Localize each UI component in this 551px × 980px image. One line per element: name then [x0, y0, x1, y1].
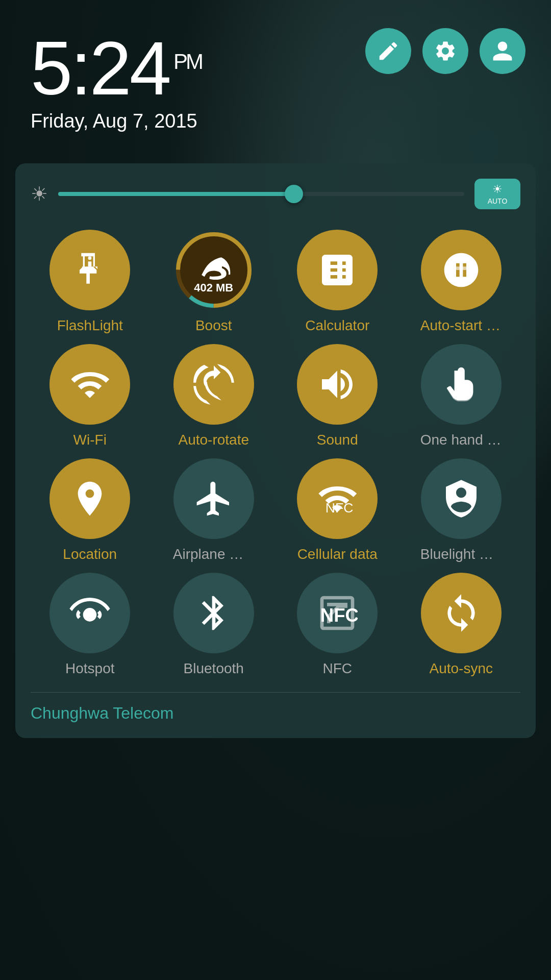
auto-label: AUTO	[488, 197, 508, 205]
cellular-label: Cellular data	[297, 546, 378, 562]
autostart-icon	[421, 230, 502, 310]
location-icon	[49, 458, 130, 539]
hotspot-label: Hotspot	[65, 660, 115, 677]
grid-item-location[interactable]: Location	[31, 458, 149, 562]
grid-item-autorotate[interactable]: Auto-rotate	[155, 344, 273, 448]
onehand-icon	[421, 344, 502, 425]
top-buttons	[365, 28, 525, 74]
bluetooth-icon	[173, 573, 254, 653]
grid-item-calculator[interactable]: Calculator	[278, 230, 397, 334]
quick-settings-grid: FlashLight 402 MB Boost Calculator Auto-…	[31, 230, 520, 677]
grid-item-airplane[interactable]: Airplane mo...	[155, 458, 273, 562]
calculator-icon	[297, 230, 378, 310]
boost-label: 402 MB	[194, 281, 233, 295]
clock-area: 5:24PM Friday, Aug 7, 2015	[31, 31, 202, 132]
brightness-slider[interactable]	[58, 192, 464, 196]
brightness-icon: ☀	[31, 183, 48, 205]
svg-point-0	[88, 256, 92, 260]
auto-icon: ☀	[492, 183, 503, 196]
grid-item-bluetooth[interactable]: Bluetooth	[155, 573, 273, 677]
slider-thumb[interactable]	[285, 185, 303, 203]
grid-item-bluelight[interactable]: Bluelight Filter	[402, 458, 521, 562]
wifi-icon	[49, 344, 130, 425]
clock-ampm: PM	[173, 50, 202, 74]
nfc-label: NFC	[322, 660, 352, 677]
hotspot-icon	[49, 573, 130, 653]
grid-item-hotspot[interactable]: Hotspot	[31, 573, 149, 677]
calculator-label: Calculator	[305, 317, 369, 334]
cellular-icon: NFC	[297, 458, 378, 539]
grid-item-onehand[interactable]: One hand op...	[402, 344, 521, 448]
clock-digits: 5:24	[31, 26, 169, 110]
airplane-label: Airplane mo...	[173, 546, 255, 562]
flashlight-label: FlashLight	[57, 317, 123, 334]
auto-brightness-button[interactable]: ☀ AUTO	[474, 179, 520, 209]
svg-text:NFC: NFC	[325, 500, 354, 516]
nfc-icon: NFC	[297, 573, 378, 653]
sound-label: Sound	[317, 432, 358, 448]
carrier-text: Chunghwa Telecom	[31, 704, 520, 723]
grid-item-autostart[interactable]: Auto-start M...	[402, 230, 521, 334]
bluetooth-label: Bluetooth	[184, 660, 244, 677]
grid-item-autosync[interactable]: Auto-sync	[402, 573, 521, 677]
bluelight-label: Bluelight Filter	[420, 546, 502, 562]
boost-icon: 402 MB	[173, 230, 254, 310]
grid-item-wifi[interactable]: Wi-Fi	[31, 344, 149, 448]
onehand-label: One hand op...	[420, 432, 502, 448]
divider	[31, 692, 520, 693]
autosync-label: Auto-sync	[430, 660, 493, 677]
boost-label: Boost	[195, 317, 232, 334]
autorotate-icon	[173, 344, 254, 425]
airplane-icon	[173, 458, 254, 539]
location-label: Location	[63, 546, 117, 562]
slider-fill	[58, 192, 294, 196]
autorotate-label: Auto-rotate	[178, 432, 249, 448]
grid-item-boost[interactable]: 402 MB Boost	[155, 230, 273, 334]
autosync-icon	[421, 573, 502, 653]
grid-item-sound[interactable]: Sound	[278, 344, 397, 448]
control-panel: ☀ ☀ AUTO FlashLight 402 MB	[15, 163, 536, 738]
autostart-label: Auto-start M...	[420, 317, 502, 334]
clock-date: Friday, Aug 7, 2015	[31, 110, 202, 132]
grid-item-flashlight[interactable]: FlashLight	[31, 230, 149, 334]
clock-time: 5:24PM	[31, 31, 202, 106]
brightness-row: ☀ ☀ AUTO	[31, 179, 520, 209]
bluelight-icon	[421, 458, 502, 539]
grid-item-cellular[interactable]: NFC Cellular data	[278, 458, 397, 562]
edit-button[interactable]	[365, 28, 411, 74]
wifi-label: Wi-Fi	[73, 432, 107, 448]
profile-button[interactable]	[480, 28, 525, 74]
flashlight-icon	[49, 230, 130, 310]
sound-icon	[297, 344, 378, 425]
grid-item-nfc[interactable]: NFC NFC	[278, 573, 397, 677]
settings-button[interactable]	[422, 28, 468, 74]
